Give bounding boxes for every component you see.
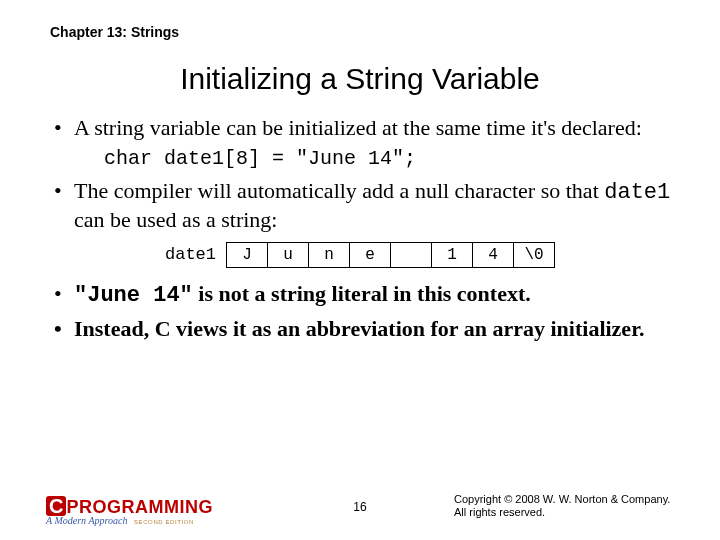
array-cell: n [308, 242, 350, 268]
bullet-3-code: "June 14" [74, 283, 193, 308]
slide-title: Initializing a String Variable [46, 62, 674, 96]
code-block-1: char date1[8] = "June 14"; [104, 146, 674, 171]
bullet-3: "June 14" is not a string literal in thi… [52, 280, 674, 310]
bullet-4-text: Instead, C views it as an abbreviation f… [74, 316, 644, 341]
copyright: Copyright © 2008 W. W. Norton & Company.… [454, 493, 674, 521]
array-cells: J u n e 1 4 \0 [226, 242, 555, 268]
copyright-line-1: Copyright © 2008 W. W. Norton & Company. [454, 493, 674, 507]
bullet-2: The compiler will automatically add a nu… [52, 177, 674, 234]
slide: Chapter 13: Strings Initializing a Strin… [0, 0, 720, 540]
array-cell: u [267, 242, 309, 268]
footer: CPROGRAMMING A Modern Approach SECOND ED… [0, 484, 720, 530]
bullet-3-text: is not a string literal in this context. [193, 281, 531, 306]
bullet-2-text-a: The compiler will automatically add a nu… [74, 178, 604, 203]
chapter-label: Chapter 13: Strings [50, 24, 674, 40]
bullet-2-text-b: can be used as a string: [74, 207, 277, 232]
logo-edition: SECOND EDITION [134, 519, 194, 525]
array-cell: 1 [431, 242, 473, 268]
array-cell: 4 [472, 242, 514, 268]
bullet-1: A string variable can be initialized at … [52, 114, 674, 171]
array-diagram: date1 J u n e 1 4 \0 [46, 242, 674, 268]
array-cell: \0 [513, 242, 555, 268]
bullet-4: Instead, C views it as an abbreviation f… [52, 315, 674, 343]
logo-subtitle: A Modern Approach [46, 515, 127, 526]
array-cell: e [349, 242, 391, 268]
copyright-line-2: All rights reserved. [454, 506, 674, 520]
array-cell [390, 242, 432, 268]
bullet-1-text: A string variable can be initialized at … [74, 115, 642, 140]
array-cell: J [226, 242, 268, 268]
bullet-list: A string variable can be initialized at … [52, 114, 674, 234]
bullet-list-2: "June 14" is not a string literal in thi… [52, 280, 674, 343]
array-label: date1 [165, 245, 216, 264]
bullet-2-code: date1 [604, 180, 670, 205]
